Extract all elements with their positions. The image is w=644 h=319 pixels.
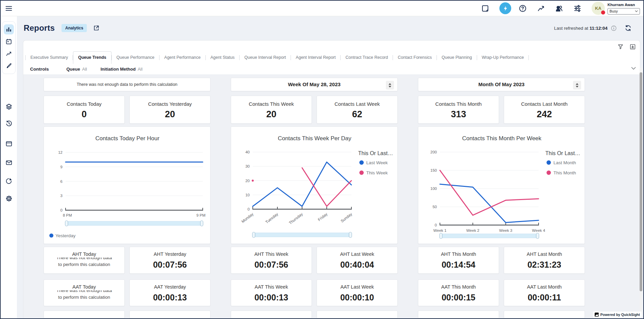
sidebar-item-trends[interactable]	[4, 49, 14, 59]
tab-contract-trace-record[interactable]: Contract Trace Record	[341, 52, 393, 63]
layers-icon	[5, 103, 13, 110]
scrollbar-handle[interactable]	[440, 233, 442, 239]
queue-filter[interactable]: QueueAll	[67, 67, 87, 72]
sidebar-item-mail[interactable]	[1, 159, 17, 166]
chart-contacts-this-week-per-day[interactable]: Contacts This Week Per Day010203040Monda…	[231, 126, 398, 244]
chart-scrollbar[interactable]	[253, 233, 351, 237]
legend-swatch	[547, 171, 551, 175]
tab-wrap-up-performance[interactable]: Wrap-Up Performance	[477, 52, 529, 63]
sidebar-item-pie[interactable]	[1, 177, 17, 185]
info-button[interactable]	[611, 25, 617, 31]
x-tick-label: 8 PM	[63, 213, 72, 217]
step-down-icon[interactable]	[576, 86, 578, 88]
sidebar-item-window[interactable]	[1, 140, 17, 147]
vertical-scrollbar[interactable]	[640, 68, 642, 317]
chart-contacts-this-month-per-week[interactable]: Contacts This Month Per Week050100150200…	[418, 126, 585, 244]
quick-actions-button[interactable]	[499, 2, 511, 14]
legend-swatch	[360, 161, 364, 165]
month-stepper[interactable]	[573, 81, 581, 90]
chart-scrollbar[interactable]	[66, 221, 203, 225]
scrollbar-handle[interactable]	[200, 221, 203, 226]
sidebar-item-settings[interactable]	[1, 195, 17, 202]
settings-sliders-button[interactable]	[573, 4, 581, 13]
initiation-method-filter[interactable]: Initiation MethodAll	[100, 67, 142, 72]
y-tick-label: 3	[60, 194, 63, 198]
aht-row: AHT This Week 00:07:56 AHT Last Week 00:…	[231, 247, 398, 274]
hamburger-icon	[5, 4, 13, 13]
scrollbar-handle[interactable]	[65, 221, 68, 226]
refresh-time: 11:12:04	[590, 26, 608, 31]
scrollbar-thumb[interactable]	[640, 72, 642, 291]
page-title: Reports	[24, 23, 55, 33]
sidebar-item-calendar[interactable]	[4, 36, 14, 47]
tab-executive-summary[interactable]: Executive Summary	[26, 52, 73, 63]
refresh-button[interactable]	[624, 24, 632, 32]
tab-agent-status[interactable]: Agent Status	[206, 52, 240, 63]
sidebar-item-bar-chart[interactable]	[4, 24, 14, 34]
chart-contacts-today-per-hour[interactable]: Contacts Today Per Hour0369128 PM9 PMYes…	[44, 126, 210, 244]
chart-scrollbar[interactable]	[440, 234, 539, 238]
y-tick-label: 0	[60, 208, 63, 212]
tab-contact-forensics[interactable]: Contact Forensics	[393, 52, 437, 63]
analytics-button[interactable]	[537, 4, 545, 13]
tab-agent-performance[interactable]: Agent Performance	[159, 52, 205, 63]
y-tick-label: 30	[245, 164, 250, 168]
step-up-icon[interactable]	[389, 83, 391, 85]
users-button[interactable]	[555, 4, 563, 13]
menu-button[interactable]	[5, 4, 13, 13]
trend-line-icon	[5, 50, 12, 57]
sidebar-item-layers[interactable]	[1, 103, 17, 110]
chart-title: Contacts Today Per Hour	[95, 135, 159, 142]
history-icon	[5, 120, 13, 127]
week-stepper[interactable]	[386, 81, 394, 90]
x-tick-label: Week 4	[532, 228, 545, 232]
collapse-controls-button[interactable]	[631, 67, 636, 70]
status-dropdown[interactable]: Busy	[608, 8, 640, 15]
card-aat-this-month: AAT This Month 00:00:15	[418, 279, 499, 306]
refresh-icon	[624, 24, 632, 32]
external-link-icon	[93, 25, 100, 31]
sliders-icon	[573, 4, 581, 13]
aht-row: AHT Today There was not enough data to p…	[44, 247, 210, 274]
legend-label: This Month	[553, 170, 576, 175]
aat-row: AAT This Month 00:00:15 AAT Last Month 0…	[418, 279, 585, 306]
tab-queue-trends[interactable]: Queue Trends	[73, 51, 111, 64]
tab-agent-interval-report[interactable]: Agent Interval Report	[291, 52, 340, 63]
x-tick-label: Friday	[317, 212, 328, 222]
user-name: Khurram Awan	[608, 2, 640, 7]
help-button[interactable]	[519, 4, 527, 13]
pie-chart-icon	[5, 177, 13, 185]
chevron-down-icon	[635, 10, 638, 12]
legend-title: This Or Last…	[545, 150, 580, 156]
report-content-card: Executive Summary Queue Trends Queue Per…	[23, 40, 640, 318]
card-aht-this-month: AHT This Month 00:14:54	[418, 247, 499, 274]
card-contacts-last-week: Contacts Last Week 62	[317, 96, 398, 124]
card-aht-this-week: AHT This Week 00:07:56	[231, 247, 312, 274]
y-tick-label: 0	[248, 207, 250, 211]
mail-icon	[5, 159, 13, 166]
y-tick-label: 200	[430, 150, 437, 154]
note-button[interactable]	[481, 4, 489, 13]
filter-button[interactable]	[617, 44, 624, 50]
scrollbar-handle[interactable]	[536, 233, 539, 239]
export-button[interactable]	[629, 44, 636, 50]
y-tick-label: 9	[60, 165, 63, 169]
y-tick-label: 10	[245, 193, 250, 197]
legend-swatch	[360, 171, 364, 175]
step-up-icon[interactable]	[576, 83, 578, 85]
user-avatar[interactable]: KA	[592, 2, 605, 15]
x-tick-label: Thursday	[288, 212, 303, 225]
period-header-card: There was not enough data to perform thi…	[44, 78, 210, 91]
step-down-icon[interactable]	[389, 86, 391, 88]
tab-queue-interval-report[interactable]: Queue Interval Report	[240, 52, 291, 63]
tab-queue-planning[interactable]: Queue Planning	[437, 52, 477, 63]
scrollbar-handle[interactable]	[252, 232, 255, 238]
tab-queue-performance[interactable]: Queue Performance	[112, 52, 159, 63]
x-tick-label: Monday	[241, 212, 254, 224]
sidebar-item-history[interactable]	[1, 120, 17, 127]
bar-chart-icon	[5, 26, 12, 33]
sidebar-item-design[interactable]	[4, 61, 14, 71]
open-external-button[interactable]	[93, 25, 100, 31]
card-contacts-yesterday: Contacts Yesterday 20	[129, 96, 210, 124]
scrollbar-handle[interactable]	[349, 232, 352, 238]
